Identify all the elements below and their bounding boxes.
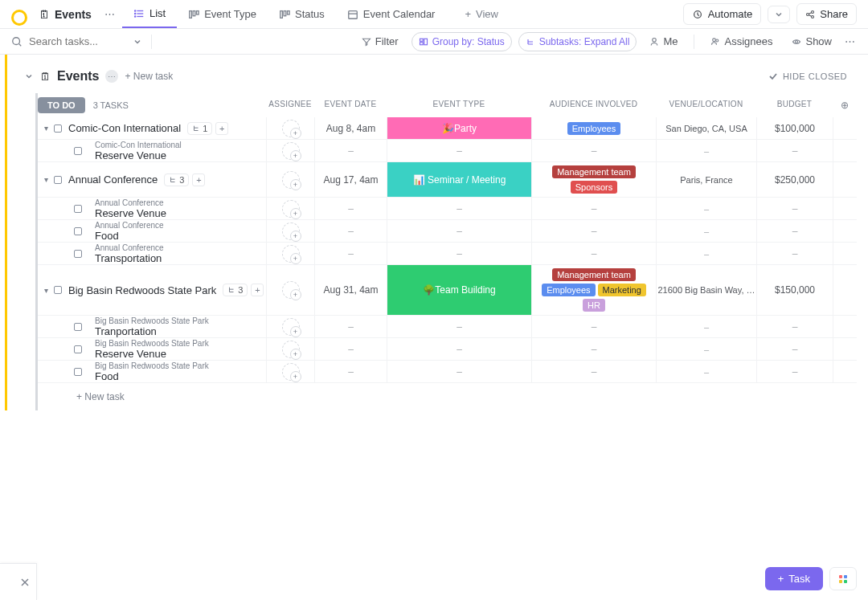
cell-assignee[interactable]	[266, 198, 314, 219]
cell-audience[interactable]: Management teamSponsors	[531, 162, 656, 197]
subtask-count-chip[interactable]: 3	[164, 173, 189, 186]
assignees-button[interactable]: Assignees	[704, 32, 779, 51]
task-name[interactable]: Annual Conference	[68, 173, 158, 186]
audience-tag[interactable]: Management team	[552, 268, 636, 281]
cell-budget[interactable]: $150,000	[756, 265, 833, 315]
col-event-date[interactable]: EVENT DATE	[314, 100, 387, 111]
cell-date[interactable]: –	[314, 316, 387, 337]
cell-venue[interactable]: –	[656, 220, 756, 242]
more-horizontal-icon[interactable]: ⋯	[845, 35, 857, 47]
audience-tag[interactable]: Marketing	[598, 284, 646, 296]
cell-budget[interactable]: –	[756, 220, 833, 242]
apps-fab[interactable]	[829, 567, 857, 590]
cell-audience[interactable]: –	[531, 361, 656, 382]
cell-audience[interactable]: Management teamEmployeesMarketingHR	[531, 265, 656, 315]
tab-event-type[interactable]: Event Type	[177, 0, 268, 28]
task-name[interactable]: Big Basin Redwoods State Park	[68, 284, 216, 296]
subtask-row[interactable]: Comic-Con International Reserve Venue – …	[38, 140, 857, 162]
add-subtask-button[interactable]: +	[192, 173, 205, 186]
cell-event-type[interactable]: 📊 Seminar / Meeting	[387, 162, 531, 197]
status-checkbox[interactable]	[74, 250, 82, 258]
cell-event-type[interactable]: –	[387, 220, 531, 242]
subtask-name[interactable]: Food	[95, 370, 209, 382]
cell-budget[interactable]: $250,000	[756, 162, 833, 197]
cell-date[interactable]: Aug 8, 4am	[314, 117, 387, 139]
status-checkbox[interactable]	[74, 147, 82, 155]
cell-assignee[interactable]	[266, 361, 314, 382]
cell-event-type[interactable]: –	[387, 361, 531, 382]
cell-audience[interactable]: –	[531, 220, 656, 242]
collapse-toggle[interactable]	[24, 71, 34, 81]
cell-budget[interactable]: $100,000	[756, 117, 833, 139]
cell-budget[interactable]: –	[756, 316, 833, 337]
expand-toggle[interactable]: ▾	[38, 124, 54, 133]
cell-date[interactable]: –	[314, 243, 387, 264]
subtask-name[interactable]: Reserve Venue	[95, 207, 166, 219]
cell-event-type[interactable]: –	[387, 198, 531, 219]
cell-assignee[interactable]	[266, 243, 314, 264]
automate-button[interactable]: Automate	[683, 3, 762, 25]
cell-budget[interactable]: –	[756, 361, 833, 382]
cell-venue[interactable]: –	[656, 361, 756, 382]
task-row[interactable]: ▾ Annual Conference 3 + Aug 17, 4am 📊 Se…	[38, 162, 857, 198]
subtask-name[interactable]: Food	[95, 230, 164, 242]
cell-budget[interactable]: –	[756, 243, 833, 264]
task-row[interactable]: ▾ Comic-Con International 1 + Aug 8, 4am…	[38, 117, 857, 140]
cell-assignee[interactable]	[266, 140, 314, 161]
add-subtask-button[interactable]: +	[251, 284, 264, 296]
cell-event-type[interactable]: 🌳Team Building	[387, 265, 531, 315]
cell-venue[interactable]: –	[656, 316, 756, 337]
close-panel-button[interactable]	[0, 563, 37, 600]
col-assignee[interactable]: ASSIGNEE	[266, 100, 314, 111]
subtask-row[interactable]: Annual Conference Reserve Venue – – – – …	[38, 198, 857, 220]
cell-assignee[interactable]	[266, 117, 314, 139]
audience-tag[interactable]: Sponsors	[571, 181, 617, 194]
group-by-button[interactable]: Group by: Status	[411, 32, 512, 51]
me-button[interactable]: Me	[643, 32, 684, 51]
col-venue[interactable]: VENUE/LOCATION	[656, 100, 756, 111]
subtask-row[interactable]: Big Basin Redwoods State Park Tranportat…	[38, 316, 857, 338]
cell-budget[interactable]: –	[756, 140, 833, 161]
status-checkbox[interactable]	[74, 368, 82, 376]
assignee-avatar[interactable]	[282, 318, 300, 336]
subtask-count-chip[interactable]: 3	[223, 284, 248, 296]
add-column-button[interactable]: ⊕	[833, 100, 857, 111]
subtask-row[interactable]: Annual Conference Food – – – – –	[38, 220, 857, 243]
space-title[interactable]: 🗓 Events	[32, 3, 98, 26]
cell-venue[interactable]: –	[656, 338, 756, 360]
cell-venue[interactable]: San Diego, CA, USA	[656, 117, 756, 139]
tab-status[interactable]: Status	[268, 0, 336, 28]
search-dropdown[interactable]	[133, 38, 141, 46]
status-checkbox[interactable]	[54, 176, 62, 184]
new-task-fab[interactable]: + Task	[765, 567, 823, 590]
assignee-avatar[interactable]	[282, 363, 300, 381]
cell-date[interactable]: –	[314, 198, 387, 219]
cell-assignee[interactable]	[266, 338, 314, 360]
cell-audience[interactable]: –	[531, 338, 656, 360]
assignee-avatar[interactable]	[282, 120, 300, 137]
task-name[interactable]: Comic-Con International	[68, 122, 181, 134]
tab-list[interactable]: List	[122, 0, 177, 28]
expand-toggle[interactable]: ▾	[38, 175, 54, 184]
subtask-row[interactable]: Big Basin Redwoods State Park Food – – –…	[38, 361, 857, 383]
cell-venue[interactable]: 21600 Big Basin Way, …	[656, 265, 756, 315]
audience-tag[interactable]: Management team	[552, 165, 636, 178]
cell-audience[interactable]: –	[531, 140, 656, 161]
share-button[interactable]: Share	[796, 3, 857, 25]
cell-venue[interactable]: Paris, France	[656, 162, 756, 197]
cell-venue[interactable]: –	[656, 140, 756, 161]
subtask-name[interactable]: Reserve Venue	[95, 149, 182, 161]
hide-closed-toggle[interactable]: HIDE CLOSED	[768, 71, 857, 81]
col-event-type[interactable]: EVENT TYPE	[387, 100, 531, 111]
filter-button[interactable]: Filter	[355, 32, 405, 51]
search-input[interactable]	[29, 35, 125, 47]
status-checkbox[interactable]	[74, 323, 82, 331]
cell-venue[interactable]: –	[656, 198, 756, 219]
cell-event-type[interactable]: 🎉Party	[387, 117, 531, 139]
cell-assignee[interactable]	[266, 220, 314, 242]
subtask-row[interactable]: Annual Conference Transportation – – – –…	[38, 243, 857, 265]
status-pill[interactable]: TO DO	[38, 97, 85, 113]
cell-event-type[interactable]: –	[387, 338, 531, 360]
status-checkbox[interactable]	[54, 286, 62, 294]
cell-venue[interactable]: –	[656, 243, 756, 264]
